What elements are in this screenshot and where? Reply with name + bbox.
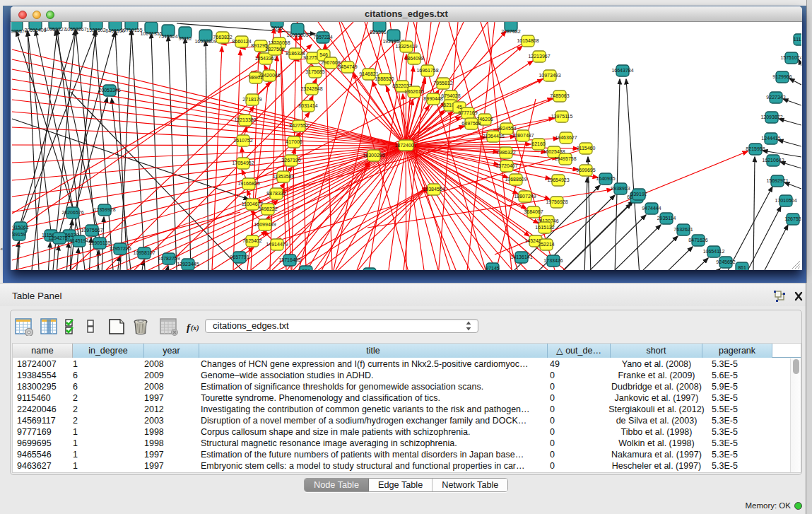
svg-text:9699695: 9699695 bbox=[576, 168, 595, 173]
svg-text:14914479: 14914479 bbox=[266, 242, 288, 247]
svg-text:8660124: 8660124 bbox=[232, 39, 251, 44]
svg-text:3684067: 3684067 bbox=[524, 209, 543, 214]
svg-text:7632621: 7632621 bbox=[673, 227, 693, 232]
svg-text:11121: 11121 bbox=[794, 37, 801, 42]
svg-text:1244415: 1244415 bbox=[761, 136, 780, 141]
svg-text:15692971: 15692971 bbox=[766, 178, 788, 183]
svg-text:17054952: 17054952 bbox=[232, 160, 254, 165]
svg-text:1362615: 1362615 bbox=[404, 89, 423, 94]
svg-text:8878332: 8878332 bbox=[266, 191, 286, 196]
svg-text:2827509: 2827509 bbox=[265, 47, 284, 52]
svg-text:19495758: 19495758 bbox=[554, 156, 576, 161]
svg-text:10654112: 10654112 bbox=[703, 249, 725, 254]
svg-text:8813014: 8813014 bbox=[370, 30, 389, 35]
svg-text:11004678: 11004678 bbox=[242, 201, 264, 206]
svg-text:16210643: 16210643 bbox=[762, 158, 784, 163]
svg-text:16643784: 16643784 bbox=[611, 68, 633, 73]
svg-text:861: 861 bbox=[738, 265, 746, 270]
svg-text:10807487: 10807487 bbox=[512, 133, 534, 138]
svg-text:8938913: 8938913 bbox=[611, 186, 630, 191]
svg-text:6497568: 6497568 bbox=[461, 121, 481, 126]
svg-text:7955812: 7955812 bbox=[433, 81, 452, 86]
svg-text:829: 829 bbox=[302, 269, 310, 270]
svg-text:62160: 62160 bbox=[531, 141, 546, 146]
svg-text:8031414: 8031414 bbox=[298, 103, 317, 108]
svg-text:15751074: 15751074 bbox=[780, 55, 801, 60]
svg-text:9777169: 9777169 bbox=[458, 110, 477, 115]
svg-text:17010504: 17010504 bbox=[775, 198, 796, 203]
svg-text:3498222: 3498222 bbox=[258, 206, 277, 211]
svg-text:10154808: 10154808 bbox=[517, 38, 539, 43]
svg-text:95112: 95112 bbox=[179, 36, 192, 41]
svg-text:1527602: 1527602 bbox=[86, 28, 105, 33]
svg-text:16033809: 16033809 bbox=[286, 33, 308, 37]
svg-text:23242848: 23242848 bbox=[300, 86, 322, 91]
svg-text:126753: 126753 bbox=[784, 216, 801, 221]
svg-text:12093872: 12093872 bbox=[760, 115, 782, 119]
svg-text:2935114: 2935114 bbox=[657, 216, 676, 221]
svg-text:10688609: 10688609 bbox=[505, 177, 526, 182]
svg-text:12942757: 12942757 bbox=[48, 235, 70, 240]
svg-text:1145194: 1145194 bbox=[70, 238, 89, 243]
svg-text:546: 546 bbox=[319, 52, 328, 57]
svg-text:8471626: 8471626 bbox=[688, 238, 707, 243]
svg-text:9115460: 9115460 bbox=[577, 146, 596, 151]
svg-text:13325419: 13325419 bbox=[395, 44, 417, 49]
svg-text:18300295: 18300295 bbox=[363, 153, 384, 158]
svg-text:7515524: 7515524 bbox=[158, 34, 177, 39]
svg-text:19654923: 19654923 bbox=[547, 177, 569, 182]
svg-text:1615132: 1615132 bbox=[535, 225, 554, 230]
svg-text:8215958: 8215958 bbox=[746, 146, 765, 151]
svg-text:20053346: 20053346 bbox=[98, 88, 120, 93]
svg-text:19384554: 19384554 bbox=[423, 187, 445, 192]
svg-text:5016: 5016 bbox=[271, 25, 283, 30]
svg-text:20206576: 20206576 bbox=[61, 210, 83, 215]
svg-text:3175685: 3175685 bbox=[305, 69, 324, 74]
svg-text:7485063: 7485063 bbox=[550, 93, 569, 98]
svg-text:3824554: 3824554 bbox=[497, 126, 516, 131]
svg-text:(x): (x) bbox=[191, 324, 199, 332]
svg-text:20691406: 20691406 bbox=[24, 28, 46, 33]
svg-text:8454749: 8454749 bbox=[338, 64, 357, 69]
svg-text:18724007: 18724007 bbox=[394, 143, 416, 148]
svg-text:2087682: 2087682 bbox=[501, 29, 520, 34]
svg-text:10053327: 10053327 bbox=[44, 27, 66, 32]
svg-text:17957225: 17957225 bbox=[109, 246, 131, 251]
svg-text:9146821: 9146821 bbox=[359, 71, 378, 76]
svg-text:6794028: 6794028 bbox=[441, 93, 460, 98]
svg-text:19756928: 19756928 bbox=[546, 199, 567, 204]
svg-text:9474444: 9474444 bbox=[642, 206, 661, 211]
svg-text:11353584: 11353584 bbox=[273, 174, 295, 179]
svg-text:10975667: 10975667 bbox=[81, 228, 102, 233]
svg-text:8427552: 8427552 bbox=[289, 123, 308, 128]
svg-text:16961758: 16961758 bbox=[416, 68, 438, 73]
svg-text:9227343: 9227343 bbox=[766, 95, 785, 100]
svg-text:9245652: 9245652 bbox=[716, 259, 735, 264]
svg-text:14136141: 14136141 bbox=[510, 255, 532, 259]
svg-text:10543362: 10543362 bbox=[254, 56, 276, 61]
svg-text:7625402: 7625402 bbox=[242, 238, 261, 243]
svg-text:1588520: 1588520 bbox=[375, 76, 394, 81]
svg-text:7663822: 7663822 bbox=[213, 35, 232, 40]
svg-text:39159: 39159 bbox=[12, 232, 26, 237]
svg-text:12905135: 12905135 bbox=[88, 240, 110, 245]
svg-text:9657791: 9657791 bbox=[230, 255, 249, 259]
svg-text:15716485: 15716485 bbox=[278, 257, 300, 262]
svg-text:19166825: 19166825 bbox=[237, 181, 259, 186]
svg-text:8186328: 8186328 bbox=[286, 51, 305, 56]
svg-text:16782759: 16782759 bbox=[158, 256, 180, 261]
svg-text:10653267: 10653267 bbox=[64, 27, 86, 32]
svg-text:3267190: 3267190 bbox=[281, 158, 300, 163]
svg-text:16099489: 16099489 bbox=[254, 222, 276, 227]
svg-text:97145: 97145 bbox=[486, 266, 500, 270]
svg-text:21364436: 21364436 bbox=[482, 134, 504, 139]
svg-text:252214: 252214 bbox=[538, 242, 554, 247]
svg-text:13975115: 13975115 bbox=[551, 114, 573, 119]
svg-text:2718179: 2718179 bbox=[242, 97, 261, 102]
svg-text:939197: 939197 bbox=[630, 192, 647, 197]
svg-text:10973493: 10973493 bbox=[539, 73, 560, 78]
svg-text:23420046: 23420046 bbox=[258, 73, 280, 78]
svg-text:18807249: 18807249 bbox=[514, 194, 536, 199]
svg-text:12213967: 12213967 bbox=[528, 54, 550, 59]
svg-text:1610752: 1610752 bbox=[233, 138, 252, 143]
